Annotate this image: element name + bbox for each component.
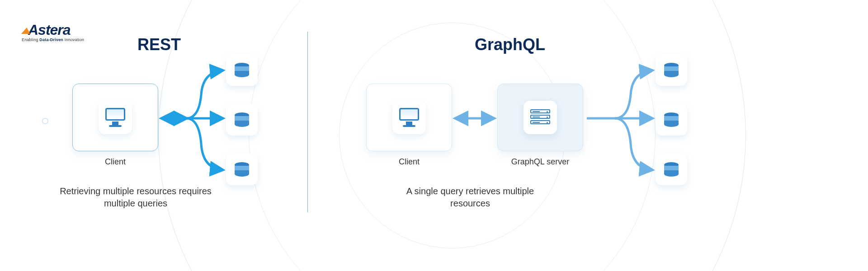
graphql-server-box: [497, 84, 583, 151]
graphql-db-1: [656, 54, 687, 86]
rest-client-label: Client: [72, 157, 158, 167]
database-icon: [235, 162, 249, 177]
graphql-client-box: [366, 84, 452, 151]
database-icon: [235, 63, 249, 77]
graphql-panel: GraphQL Client GraphQL server A single q…: [307, 0, 868, 271]
rest-db-1: [226, 54, 258, 86]
graphql-client-label: Client: [366, 157, 452, 167]
server-card: [524, 101, 557, 134]
server-icon: [530, 109, 550, 126]
client-card: [99, 101, 132, 134]
rest-panel: REST Client Retrieving multiple resource…: [0, 0, 307, 271]
monitor-icon: [399, 108, 419, 127]
rest-client-box: [72, 84, 158, 151]
database-icon: [235, 112, 249, 127]
graphql-db-2: [656, 104, 687, 136]
rest-caption: Retrieving multiple resources requires m…: [54, 185, 217, 210]
graphql-caption: A single query retrieves multiple resour…: [389, 185, 552, 210]
rest-title: REST: [137, 35, 181, 54]
rest-db-3: [226, 154, 258, 185]
graphql-title: GraphQL: [475, 35, 545, 54]
graphql-server-label: GraphQL server: [497, 157, 583, 167]
monitor-icon: [105, 108, 125, 127]
database-icon: [664, 112, 679, 127]
database-icon: [664, 63, 679, 77]
database-icon: [664, 162, 679, 177]
rest-db-2: [226, 104, 258, 136]
client-card: [392, 101, 426, 134]
graphql-db-3: [656, 154, 687, 185]
